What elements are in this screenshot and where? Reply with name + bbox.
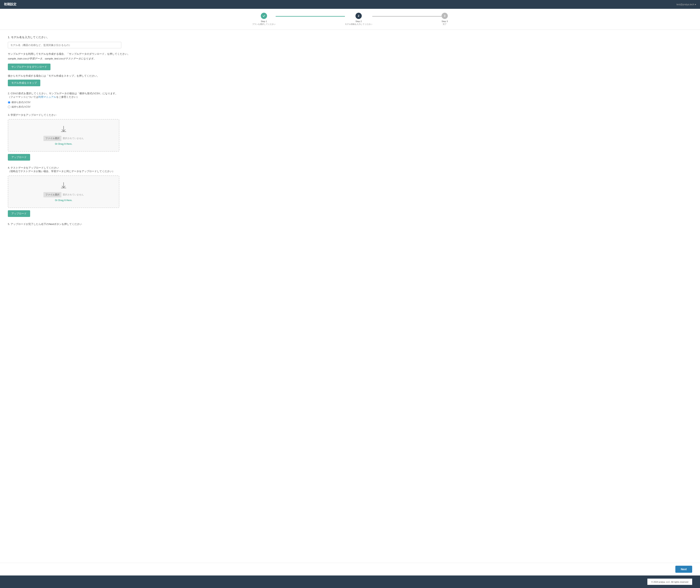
download-sample-button[interactable]: サンプルデータをダウンロード — [8, 64, 50, 70]
csv-horizontal-radio[interactable] — [8, 101, 10, 104]
step-line-2 — [372, 16, 442, 17]
step-1-circle — [261, 13, 267, 19]
csv-vertical-radio[interactable] — [8, 106, 10, 108]
step-1: Step 1 プランを選択してください — [252, 13, 276, 26]
main-content: 1. モデル名を入力してください。 サンプルデータを利用してモデルを作成する場合… — [0, 30, 700, 563]
upload-test-button[interactable]: アップロード — [8, 210, 30, 217]
csv-vertical-option[interactable]: 縦持ち形式のCSV — [8, 105, 692, 109]
section2-title-text: 2. CSVの形式を選択してください。サンプルデータの場合は「横持ち形式のCSV… — [8, 92, 118, 95]
stepper: Step 1 プランを選択してください 2 Step 2 モデル情報を入力してく… — [252, 13, 448, 26]
section2-format-suffix: をご参照ください） — [56, 95, 79, 98]
step-3-label: Step 3 — [442, 20, 448, 22]
step-1-label: Step 1 — [261, 20, 267, 22]
csv-horizontal-option[interactable]: 横持ち形式のCSV — [8, 101, 692, 104]
section4-line2: （現時点でテストデータが無い場合、学習データと同じデータをアップロードしてくださ… — [8, 170, 692, 173]
skip-model-button[interactable]: モデル作成をスキップ — [8, 80, 40, 86]
next-button[interactable]: Next — [675, 566, 692, 573]
train-upload-dropzone[interactable]: ファイル選択 選択されていません Or Drag It Here. — [8, 119, 119, 152]
file-choose-row-test: ファイル選択 選択されていません — [43, 192, 84, 197]
stepper-section: Step 1 プランを選択してください 2 Step 2 モデル情報を入力してく… — [0, 9, 700, 30]
step-3: 3 Step 3 完了 — [442, 13, 448, 26]
section4-title: 4. テストデータをアップロードしてください （現時点でテストデータが無い場合、… — [8, 166, 692, 173]
file-no-selected-train: 選択されていません — [63, 137, 84, 140]
upload-icon-test — [60, 182, 67, 190]
csv-format-radio-group: 横持ち形式のCSV 縦持ち形式のCSV — [8, 101, 692, 109]
file-choose-btn-train[interactable]: ファイル選択 — [43, 136, 61, 141]
step-2-sublabel: モデル情報を入力してください — [345, 23, 372, 26]
manual-link[interactable]: 利用マニュアル — [38, 95, 56, 98]
sample-info-line2: sample_train.csvが学習データ、sample_test.csvがテ… — [8, 57, 692, 60]
section2-format-prefix: （フォーマットについては — [8, 95, 38, 98]
footer-copyright-box: © 2024 pratya, LLC. All rights reserved — [647, 579, 692, 585]
file-no-selected-test: 選択されていません — [63, 193, 84, 196]
drag-hint-test: Or Drag It Here. — [55, 199, 72, 202]
test-upload-dropzone[interactable]: ファイル選択 選択されていません Or Drag It Here. — [8, 175, 119, 208]
next-button-area: Next — [0, 563, 700, 575]
skip-info-text: 後からモデルを作成する場合には「モデル作成をスキップ」を押してください。 — [8, 74, 692, 78]
header: 初期設定 test@pratya.tech ▾ — [0, 0, 700, 9]
drag-hint-train: Or Drag It Here. — [55, 143, 72, 145]
step-2-label: Step 2 — [355, 20, 362, 22]
section1-title: 1. モデル名を入力してください。 — [8, 36, 692, 39]
step-1-sublabel: プランを選択してください — [252, 23, 276, 26]
step-3-sublabel: 完了 — [443, 23, 447, 26]
model-name-input[interactable] — [8, 42, 121, 48]
footer: © 2024 pratya, LLC. All rights reserved — [0, 575, 700, 588]
step-line-1 — [276, 16, 345, 17]
step-2: 2 Step 2 モデル情報を入力してください — [345, 13, 372, 26]
section3-title: 3. 学習データをアップロードしてください — [8, 113, 692, 117]
section4-line1: 4. テストデータをアップロードしてください — [8, 166, 692, 170]
file-choose-btn-test[interactable]: ファイル選択 — [43, 192, 61, 197]
copyright-text: © 2024 pratya, LLC. All rights reserved — [651, 581, 688, 583]
page-title: 初期設定 — [4, 2, 16, 6]
step-3-circle: 3 — [442, 13, 448, 19]
step-2-circle: 2 — [355, 13, 362, 19]
checkmark-icon — [263, 14, 265, 17]
section5-title: 5. アップロードが完了したら右下のNextボタンを押してください — [8, 222, 692, 226]
upload-train-button[interactable]: アップロード — [8, 154, 30, 161]
file-choose-row-train: ファイル選択 選択されていません — [43, 136, 84, 141]
user-menu[interactable]: test@pratya.tech ▾ — [677, 3, 696, 6]
sample-info-line1: サンプルデータを利用してモデルを作成する場合、「サンプルデータのダウンロード」を… — [8, 52, 692, 56]
csv-horizontal-label: 横持ち形式のCSV — [12, 101, 31, 104]
section2-title: 2. CSVの形式を選択してください。サンプルデータの場合は「横持ち形式のCSV… — [8, 92, 692, 99]
csv-vertical-label: 縦持ち形式のCSV — [12, 105, 31, 109]
upload-icon-train — [60, 125, 67, 134]
